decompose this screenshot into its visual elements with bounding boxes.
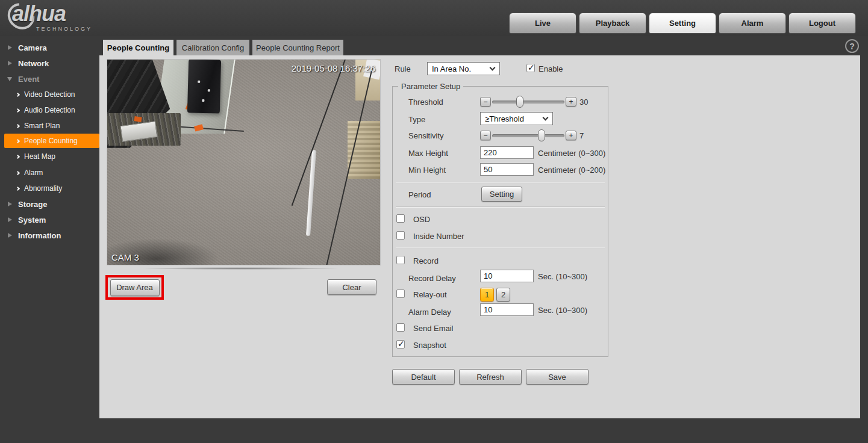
osd-label: OSD	[413, 215, 430, 224]
sidebar-item-camera[interactable]: Camera	[0, 40, 99, 55]
parameter-setup-legend: Parameter Setup	[398, 82, 463, 91]
nav-live-button[interactable]: Live	[509, 13, 576, 34]
sidebar-item-label: Video Detection	[24, 90, 75, 99]
min-height-unit: Centimeter (0~200)	[538, 166, 605, 175]
sidebar-item-label: Storage	[18, 200, 47, 209]
help-icon[interactable]: ?	[845, 39, 859, 53]
relay-channel-1-button[interactable]: 1	[480, 288, 494, 302]
nav-setting-button[interactable]: Setting	[649, 13, 716, 34]
camera-label: CAM 3	[111, 252, 139, 262]
period-label: Period	[408, 190, 431, 199]
video-preview[interactable]: 2019-05-08 16:37:26 CAM 3	[107, 60, 380, 265]
sidebar-item-network[interactable]: Network	[0, 56, 99, 70]
type-select[interactable]: ≥Threshold	[480, 112, 553, 125]
osd-checkbox[interactable]: ✓	[396, 214, 405, 223]
nav-playback-button[interactable]: Playback	[579, 13, 646, 34]
draw-area-button[interactable]: Draw Area	[110, 279, 160, 296]
period-setting-button[interactable]: Setting	[481, 187, 522, 202]
record-delay-input[interactable]	[480, 270, 534, 282]
tab-people-counting-report[interactable]: People Counting Report	[252, 40, 343, 55]
tab-people-counting[interactable]: People Counting	[103, 40, 173, 55]
threshold-minus-button[interactable]: −	[480, 97, 491, 107]
sidebar-item-smart-plan[interactable]: Smart Plan	[0, 119, 99, 133]
sidebar-item-label: Information	[18, 231, 61, 240]
content-panel: 2019-05-08 16:37:26 CAM 3 Draw Area Clea…	[99, 55, 860, 418]
enable-label: Enable	[539, 64, 563, 73]
threshold-plus-button[interactable]: +	[566, 97, 576, 107]
sensitivity-plus-button[interactable]: +	[566, 131, 576, 140]
chevron-right-icon	[16, 138, 20, 143]
dahua-logo: alhua TECHNOLOGY	[8, 0, 141, 35]
triangle-down-icon	[7, 77, 12, 81]
sidebar-item-label: Camera	[18, 43, 47, 52]
type-selected-value: ≥Threshold	[485, 114, 524, 123]
relay-out-checkbox[interactable]: ✓	[396, 290, 405, 298]
main-nav: Live Playback Setting Alarm Logout	[509, 13, 856, 34]
triangle-right-icon	[8, 233, 12, 238]
relay-channel-2-button[interactable]: 2	[496, 288, 510, 302]
min-height-input[interactable]	[480, 163, 534, 176]
sidebar-item-label: Heat Map	[24, 152, 55, 161]
refresh-button[interactable]: Refresh	[459, 369, 522, 385]
sidebar-item-audio-detection[interactable]: Audio Detection	[0, 103, 99, 117]
dahua-settings-page: alhua TECHNOLOGY Live Playback Setting A…	[0, 0, 868, 443]
threshold-value: 30	[579, 98, 588, 107]
triangle-right-icon	[8, 202, 12, 206]
sidebar-item-label: Network	[18, 59, 49, 68]
sidebar-item-label: People Counting	[24, 137, 78, 145]
nav-logout-button[interactable]: Logout	[788, 13, 856, 34]
check-icon: ✓	[528, 63, 535, 72]
check-icon: ✓	[398, 339, 405, 349]
sidebar-item-event[interactable]: Event	[0, 72, 99, 86]
snapshot-label: Snapshot	[413, 341, 446, 350]
rule-selected-value: In Area No.	[432, 64, 471, 73]
sidebar-item-heat-map[interactable]: Heat Map	[0, 149, 99, 164]
tab-calibration-config[interactable]: Calibration Config	[176, 40, 249, 55]
sensitivity-slider[interactable]	[492, 134, 564, 137]
footer	[0, 418, 868, 443]
triangle-right-icon	[8, 45, 12, 50]
alarm-delay-input[interactable]	[480, 303, 534, 316]
save-button[interactable]: Save	[526, 369, 589, 385]
divider	[396, 182, 605, 183]
send-email-checkbox[interactable]: ✓	[396, 323, 405, 332]
triangle-right-icon	[8, 61, 12, 66]
rule-label: Rule	[395, 64, 411, 73]
relay-out-label: Relay-out	[413, 290, 447, 299]
max-height-input[interactable]	[480, 146, 534, 159]
record-delay-unit: Sec. (10~300)	[538, 272, 587, 281]
enable-checkbox[interactable]: ✓	[526, 64, 535, 72]
sidebar-item-abnormality[interactable]: Abnormality	[0, 181, 99, 196]
black-case	[187, 60, 221, 113]
logo-text: alhua	[12, 1, 66, 26]
snapshot-checkbox[interactable]: ✓	[396, 340, 405, 349]
sidebar-item-label: Alarm	[24, 169, 43, 177]
sensitivity-value: 7	[579, 131, 584, 140]
rule-select[interactable]: In Area No.	[427, 62, 500, 75]
alarm-delay-unit: Sec. (10~300)	[538, 306, 587, 315]
divider	[396, 206, 605, 208]
nav-alarm-button[interactable]: Alarm	[719, 13, 786, 34]
record-label: Record	[413, 256, 439, 265]
sidebar-item-storage[interactable]: Storage	[0, 197, 99, 211]
draw-area-highlight: Draw Area	[105, 275, 164, 300]
clear-button[interactable]: Clear	[327, 279, 376, 295]
record-delay-label: Record Delay	[408, 274, 456, 283]
chevron-down-icon	[543, 115, 549, 121]
sensitivity-minus-button[interactable]: −	[480, 131, 491, 140]
record-checkbox[interactable]: ✓	[396, 256, 405, 264]
sidebar-item-system[interactable]: System	[0, 212, 99, 227]
inside-number-label: Inside Number	[413, 232, 464, 241]
sidebar-item-alarm[interactable]: Alarm	[0, 166, 99, 180]
inside-number-checkbox[interactable]: ✓	[396, 231, 405, 240]
sidebar-item-label: Abnormality	[24, 184, 62, 193]
max-height-label: Max Height	[408, 149, 448, 158]
sidebar-item-information[interactable]: Information	[0, 228, 99, 243]
threshold-slider[interactable]	[492, 101, 564, 104]
sensitivity-slider-thumb[interactable]	[538, 129, 545, 141]
sidebar-item-people-counting[interactable]: People Counting	[4, 134, 99, 148]
max-height-unit: Centimeter (0~300)	[538, 149, 605, 158]
threshold-slider-thumb[interactable]	[516, 96, 523, 108]
sidebar-item-video-detection[interactable]: Video Detection	[0, 87, 99, 102]
default-button[interactable]: Default	[392, 369, 455, 385]
